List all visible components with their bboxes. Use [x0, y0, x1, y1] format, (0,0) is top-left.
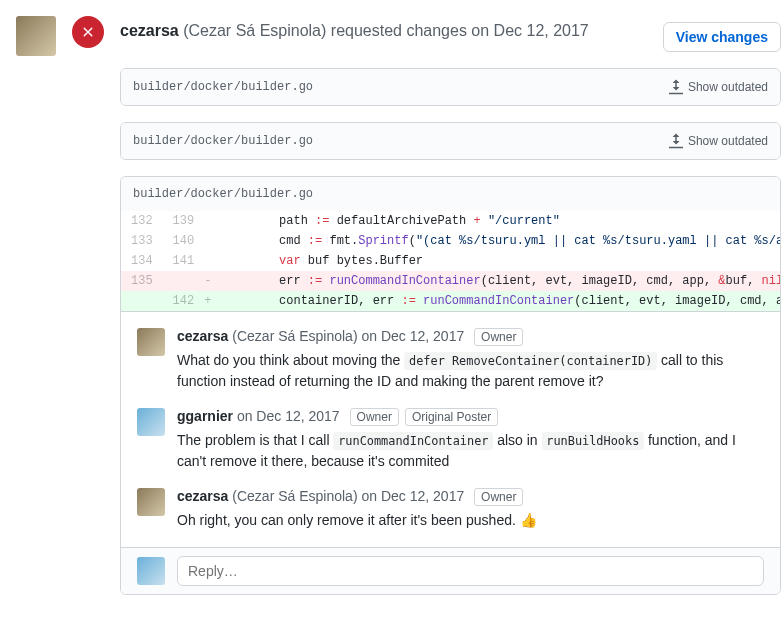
comment-timestamp: on Dec 12, 2017 — [361, 328, 464, 344]
code-content: err := runCommandInContainer(client, evt… — [211, 271, 781, 291]
code-content: cmd := fmt.Sprintf("(cat %s/tsuru.yml ||… — [211, 231, 781, 251]
diff-marker — [204, 251, 211, 271]
comment-timestamp: on Dec 12, 2017 — [361, 488, 464, 504]
author-badge: Original Poster — [405, 408, 498, 426]
show-outdated-label: Show outdated — [688, 80, 768, 94]
reply-row — [121, 547, 780, 594]
code-diff-table: 132 139 path := defaultArchivePath + "/c… — [121, 211, 781, 311]
diff-marker — [204, 211, 211, 231]
code-content: path := defaultArchivePath + "/current" — [211, 211, 781, 231]
comment-meta: cezarsa (Cezar Sá Espinola) on Dec 12, 2… — [177, 328, 764, 346]
show-outdated-label: Show outdated — [688, 134, 768, 148]
comment-body: Oh right, you can only remove it after i… — [177, 510, 764, 531]
comment-author-display: (Cezar Sá Espinola) — [232, 328, 357, 344]
comment-avatar[interactable] — [137, 408, 165, 436]
file-header: builder/docker/builder.go Show outdated — [121, 123, 780, 159]
comment-author-display: (Cezar Sá Espinola) — [232, 488, 357, 504]
reviewer-username[interactable]: cezarsa — [120, 22, 179, 39]
code-content: var buf bytes.Buffer — [211, 251, 781, 271]
comment-avatar[interactable] — [137, 328, 165, 356]
file-header: builder/docker/builder.go Show outdated — [121, 69, 780, 105]
line-num-new: 142 — [163, 291, 205, 311]
review-container: cezarsa (Cezar Sá Espinola) requested ch… — [0, 0, 781, 595]
author-badge: Owner — [474, 328, 523, 346]
changes-requested-icon — [72, 16, 104, 48]
diff-line: 133 140 cmd := fmt.Sprintf("(cat %s/tsur… — [121, 231, 781, 251]
reviewer-avatar[interactable] — [16, 16, 56, 56]
comment-author[interactable]: cezarsa — [177, 488, 228, 504]
diff-line: 142 + containerID, err := runCommandInCo… — [121, 291, 781, 311]
comment-item: ggarnier on Dec 12, 2017 OwnerOriginal P… — [137, 400, 764, 480]
review-action-text: requested changes on Dec 12, 2017 — [331, 22, 589, 39]
comment-meta: cezarsa (Cezar Sá Espinola) on Dec 12, 2… — [177, 488, 764, 506]
review-header: cezarsa (Cezar Sá Espinola) requested ch… — [120, 16, 781, 52]
line-num-old: 132 — [121, 211, 163, 231]
current-user-avatar[interactable] — [137, 557, 165, 585]
diff-marker: + — [204, 291, 211, 311]
comment-item: cezarsa (Cezar Sá Espinola) on Dec 12, 2… — [137, 320, 764, 400]
line-num-new: 140 — [163, 231, 205, 251]
line-num-old — [121, 291, 163, 311]
line-num-old: 135 — [121, 271, 163, 291]
reply-input[interactable] — [177, 556, 764, 586]
show-outdated-toggle[interactable]: Show outdated — [668, 133, 768, 149]
code-content: containerID, err := runCommandInContaine… — [211, 291, 781, 311]
comment-body: What do you think about moving the defer… — [177, 350, 764, 392]
diff-file-path: builder/docker/builder.go — [133, 187, 313, 201]
inline-comments: cezarsa (Cezar Sá Espinola) on Dec 12, 2… — [121, 311, 780, 547]
comment-meta: ggarnier on Dec 12, 2017 OwnerOriginal P… — [177, 408, 764, 426]
review-status — [72, 16, 104, 595]
diff-line: 134 141 var buf bytes.Buffer — [121, 251, 781, 271]
unfold-icon — [668, 133, 684, 149]
diff-marker — [204, 231, 211, 251]
comment-avatar[interactable] — [137, 488, 165, 516]
diff-file-header: builder/docker/builder.go — [121, 177, 780, 211]
comment-item: cezarsa (Cezar Sá Espinola) on Dec 12, 2… — [137, 480, 764, 539]
outdated-file-box: builder/docker/builder.go Show outdated — [120, 122, 781, 160]
line-num-new: 139 — [163, 211, 205, 231]
file-path: builder/docker/builder.go — [133, 134, 313, 148]
diff-marker: - — [204, 271, 211, 291]
diff-line: 135 - err := runCommandInContainer(clien… — [121, 271, 781, 291]
comment-timestamp: on Dec 12, 2017 — [237, 408, 340, 424]
outdated-file-box: builder/docker/builder.go Show outdated — [120, 68, 781, 106]
view-changes-button[interactable]: View changes — [663, 22, 781, 52]
show-outdated-toggle[interactable]: Show outdated — [668, 79, 768, 95]
line-num-old: 134 — [121, 251, 163, 271]
unfold-icon — [668, 79, 684, 95]
reviewer-display-name: (Cezar Sá Espinola) — [183, 22, 326, 39]
file-path: builder/docker/builder.go — [133, 80, 313, 94]
line-num-new — [163, 271, 205, 291]
diff-line: 132 139 path := defaultArchivePath + "/c… — [121, 211, 781, 231]
comment-body: The problem is that I call runCommandInC… — [177, 430, 764, 472]
line-num-old: 133 — [121, 231, 163, 251]
author-badge: Owner — [474, 488, 523, 506]
diff-box: builder/docker/builder.go 132 139 path :… — [120, 176, 781, 595]
line-num-new: 141 — [163, 251, 205, 271]
author-badge: Owner — [350, 408, 399, 426]
comment-author[interactable]: ggarnier — [177, 408, 233, 424]
comment-author[interactable]: cezarsa — [177, 328, 228, 344]
